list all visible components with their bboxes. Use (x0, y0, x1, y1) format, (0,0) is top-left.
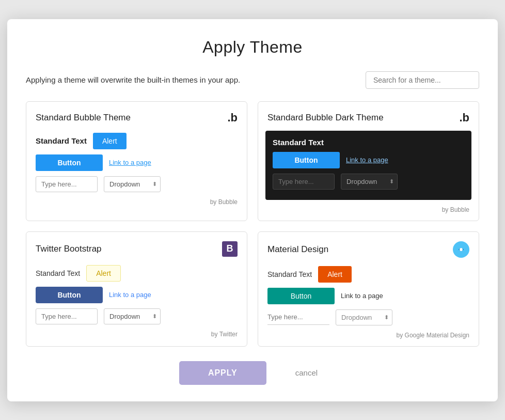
preview-input (36, 176, 98, 192)
apply-button[interactable]: APPLY (179, 361, 266, 385)
theme-card-title-material: Material Design (267, 244, 328, 255)
modal-subtitle: Applying a theme will overwrite the buil… (26, 75, 240, 84)
preview-button-material: Button (267, 288, 335, 304)
preview-dropdown-wrap-dark: Dropdown (341, 174, 398, 190)
preview-button-bootstrap: Button (36, 287, 103, 303)
preview-standard-text-bootstrap: Standard Text (36, 269, 80, 277)
preview-row-1-material: Standard Text Alert (267, 266, 469, 283)
preview-row-2: Button Link to a page (36, 154, 238, 171)
bubble-logo-icon: .b (227, 111, 238, 125)
preview-dropdown: Dropdown (104, 176, 161, 192)
preview-dropdown-wrap: Dropdown (104, 176, 161, 192)
preview-dropdown-dark: Dropdown (341, 174, 398, 190)
theme-card-bootstrap[interactable]: Twitter Bootstrap B Standard Text Alert … (26, 231, 247, 347)
preview-standard-text: Standard Text (36, 136, 87, 145)
modal-title: Apply Theme (26, 38, 479, 57)
preview-input-bootstrap (36, 308, 98, 324)
theme-card-standard-bubble-dark[interactable]: Standard Bubble Dark Theme .b Standard T… (258, 101, 479, 221)
modal-footer: APPLY cancel (26, 361, 479, 385)
preview-alert-bootstrap: Alert (86, 265, 121, 282)
theme-card-material[interactable]: Material Design Standard Text Alert (258, 231, 479, 347)
theme-preview-dark: Standard Text Button Link to a page Drop… (265, 131, 471, 200)
theme-card-header-bootstrap: Twitter Bootstrap B (36, 241, 238, 257)
preview-dropdown-material: Dropdown (336, 309, 392, 325)
preview-link-bootstrap: Link to a page (109, 291, 151, 299)
theme-card-title-dark: Standard Bubble Dark Theme (267, 113, 384, 123)
preview-button-dark: Button (273, 152, 340, 168)
cancel-button[interactable]: cancel (287, 364, 326, 381)
preview-row-3-dark: Dropdown (273, 174, 464, 190)
preview-row-3-bootstrap: Dropdown (36, 308, 238, 324)
preview-link: Link to a page (109, 159, 151, 166)
preview-alert-btn: Alert (93, 133, 127, 149)
preview-row-2-material: Button Link to a page (267, 288, 469, 304)
modal-header-row: Applying a theme will overwrite the buil… (26, 71, 479, 89)
preview-link-material: Link to a page (341, 292, 383, 300)
preview-input-dark (273, 174, 335, 190)
theme-card-standard-bubble[interactable]: Standard Bubble Theme .b Standard Text A… (26, 101, 247, 221)
preview-button: Button (36, 154, 103, 171)
bubble-dark-logo-icon: .b (459, 111, 469, 125)
preview-link-dark: Link to a page (346, 156, 388, 164)
preview-row-1-bootstrap: Standard Text Alert (36, 265, 238, 282)
preview-dropdown-bootstrap: Dropdown (104, 308, 161, 324)
theme-preview-material: Standard Text Alert Button Link to a pag… (267, 266, 469, 325)
bootstrap-logo-icon: B (222, 241, 238, 257)
theme-by-material: by Google Material Design (267, 332, 469, 339)
apply-theme-modal: Apply Theme Applying a theme will overwr… (7, 19, 498, 401)
preview-standard-text-dark: Standard Text (273, 138, 324, 147)
preview-dropdown-wrap-bootstrap: Dropdown (104, 308, 161, 324)
preview-standard-text-material: Standard Text (267, 270, 312, 278)
preview-row-3: Dropdown (36, 176, 238, 192)
theme-card-header-material: Material Design (267, 241, 469, 258)
theme-preview-bootstrap: Standard Text Alert Button Link to a pag… (36, 265, 238, 324)
theme-by-bootstrap: by Twitter (36, 331, 238, 338)
preview-input-material (267, 309, 329, 325)
preview-alert-material: Alert (318, 266, 352, 283)
theme-card-header: Standard Bubble Theme .b (36, 111, 238, 125)
theme-by: by Bubble (36, 198, 238, 206)
preview-row-2-bootstrap: Button Link to a page (36, 287, 238, 303)
preview-row-1-dark: Standard Text (273, 138, 464, 147)
theme-by-dark: by Bubble (267, 206, 469, 213)
theme-card-title-bootstrap: Twitter Bootstrap (36, 244, 102, 254)
theme-preview: Standard Text Alert Button Link to a pag… (36, 133, 238, 192)
theme-card-title: Standard Bubble Theme (36, 113, 131, 123)
preview-dropdown-wrap-material: Dropdown (336, 309, 392, 325)
themes-grid: Standard Bubble Theme .b Standard Text A… (26, 101, 479, 347)
search-input[interactable] (366, 71, 479, 89)
preview-row-2-dark: Button Link to a page (273, 152, 464, 168)
theme-card-header-dark: Standard Bubble Dark Theme .b (267, 111, 469, 125)
preview-row-3-material: Dropdown (267, 309, 469, 325)
preview-row-1: Standard Text Alert (36, 133, 238, 149)
svg-point-1 (460, 248, 463, 251)
material-logo-icon (453, 241, 469, 258)
modal-overlay: Apply Theme Applying a theme will overwr… (0, 0, 505, 420)
